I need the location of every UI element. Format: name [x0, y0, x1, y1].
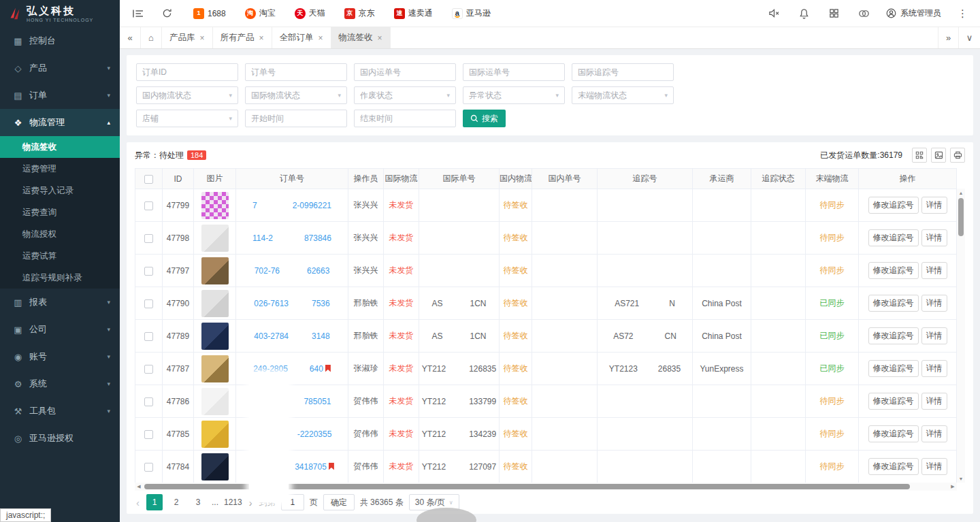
- sidebar-item-tracking-rule-fill[interactable]: 追踪号规则补录: [0, 267, 120, 289]
- order-no-link[interactable]: 114-2873846: [252, 233, 331, 243]
- order-no-link[interactable]: 026-76137536: [254, 299, 329, 308]
- page-button-3[interactable]: 3: [190, 494, 206, 510]
- bell-icon[interactable]: [796, 6, 811, 21]
- platform-link-tmall[interactable]: 天天猫: [295, 7, 325, 19]
- order-no-link[interactable]: 408-3418705: [250, 462, 334, 472]
- sidebar-item-logistics-auth[interactable]: 物流授权: [0, 223, 120, 245]
- sidebar-item-amazon-auth[interactable]: ◎亚马逊授权: [0, 425, 120, 452]
- sidebar-item-company[interactable]: ▣公司▾: [0, 316, 120, 343]
- edit-tracking-button[interactable]: 修改追踪号: [868, 360, 919, 377]
- vertical-scroll-thumb[interactable]: [958, 198, 964, 236]
- detail-button[interactable]: 详情: [921, 262, 947, 279]
- sidebar-item-freight-import-log[interactable]: 运费导入记录: [0, 180, 120, 201]
- close-icon[interactable]: ×: [259, 33, 264, 43]
- row-checkbox[interactable]: [144, 430, 153, 439]
- page-button-1[interactable]: 1: [146, 494, 163, 510]
- refresh-icon[interactable]: [159, 6, 174, 21]
- page-size-select[interactable]: 30 条/页∨: [409, 494, 459, 510]
- sidebar-item-console[interactable]: ▦控制台: [0, 27, 120, 54]
- row-checkbox[interactable]: [144, 397, 153, 406]
- speaker-muted-icon[interactable]: [766, 6, 781, 21]
- endpoint-logistics-status-select[interactable]: 末端物流状态▾: [572, 86, 674, 104]
- detail-button[interactable]: 详情: [921, 197, 947, 214]
- sidebar-item-reports[interactable]: ▥报表▾: [0, 289, 120, 316]
- platform-link-1688[interactable]: 11688: [193, 8, 226, 19]
- apps-grid-icon[interactable]: [826, 6, 841, 21]
- sidebar-item-logistics-sign[interactable]: 物流签收: [0, 136, 120, 158]
- shop-select[interactable]: 店铺▾: [136, 110, 238, 127]
- print-icon[interactable]: [950, 148, 965, 163]
- start-time-input[interactable]: [245, 110, 347, 127]
- pending-count-badge[interactable]: 184: [187, 150, 206, 160]
- edit-tracking-button[interactable]: 修改追踪号: [868, 425, 919, 442]
- edit-tracking-button[interactable]: 修改追踪号: [868, 197, 919, 214]
- sidebar-item-freight-query[interactable]: 运费查询: [0, 201, 120, 223]
- tab-product-library[interactable]: 产品库×: [162, 27, 213, 48]
- detail-button[interactable]: 详情: [921, 295, 947, 312]
- void-status-select[interactable]: 作废状态▾: [354, 86, 456, 104]
- scroll-down-icon[interactable]: ▼: [957, 474, 965, 483]
- tab-all-orders[interactable]: 全部订单×: [272, 27, 331, 48]
- detail-button[interactable]: 详情: [921, 458, 947, 475]
- prev-page-button[interactable]: ‹: [135, 497, 141, 508]
- goto-page-input[interactable]: [281, 494, 304, 510]
- vertical-scrollbar[interactable]: ▲ ▼: [957, 189, 965, 483]
- row-checkbox[interactable]: [144, 234, 153, 243]
- search-button[interactable]: 搜索: [463, 110, 506, 127]
- scroll-up-icon[interactable]: ▲: [957, 189, 965, 197]
- goto-confirm-button[interactable]: 确定: [323, 494, 355, 510]
- platform-link-jd[interactable]: 京京东: [344, 7, 375, 19]
- select-all-checkbox[interactable]: [144, 175, 153, 184]
- edit-tracking-button[interactable]: 修改追踪号: [868, 295, 919, 312]
- intl-tracking-no-input[interactable]: [572, 63, 674, 81]
- sidebar-item-toolkit[interactable]: ⚒工具包▾: [0, 397, 120, 425]
- end-time-input[interactable]: [354, 110, 456, 127]
- edit-tracking-button[interactable]: 修改追踪号: [868, 262, 919, 279]
- order-no-input[interactable]: [245, 63, 347, 81]
- domestic-waybill-no-input[interactable]: [354, 63, 456, 81]
- intl-waybill-no-input[interactable]: [463, 63, 565, 81]
- detail-button[interactable]: 详情: [921, 393, 947, 410]
- platform-link-aliexpress[interactable]: 速速卖通: [394, 7, 433, 19]
- order-no-link[interactable]: 408-2220355: [252, 429, 332, 439]
- order-no-link[interactable]: 702-7662663: [255, 266, 330, 276]
- edit-tracking-button[interactable]: 修改追踪号: [868, 229, 919, 246]
- home-tab-icon[interactable]: ⌂: [141, 27, 162, 48]
- user-menu[interactable]: 系统管理员: [886, 7, 941, 19]
- collapse-menu-icon[interactable]: [131, 6, 146, 21]
- next-page-button[interactable]: ›: [248, 497, 254, 508]
- tab-logistics-sign[interactable]: 物流签收×: [331, 27, 391, 48]
- tabs-scroll-left-icon[interactable]: «: [120, 27, 141, 48]
- horizontal-scroll-track[interactable]: [143, 483, 949, 491]
- platform-link-amazon[interactable]: a亚马逊: [452, 7, 491, 19]
- order-no-link[interactable]: 249-2805640: [253, 364, 331, 374]
- edit-tracking-button[interactable]: 修改追踪号: [868, 393, 919, 410]
- sidebar-item-freight-trial[interactable]: 运费试算: [0, 245, 120, 267]
- row-checkbox[interactable]: [144, 365, 153, 374]
- horizontal-scrollbar[interactable]: ◀ ▶: [135, 483, 957, 491]
- export-image-icon[interactable]: [931, 148, 946, 163]
- domestic-logistics-status-select[interactable]: 国内物流状态▾: [136, 86, 238, 104]
- order-id-input[interactable]: [136, 63, 238, 81]
- row-checkbox[interactable]: [144, 201, 153, 210]
- tab-all-products[interactable]: 所有产品×: [213, 27, 272, 48]
- row-checkbox[interactable]: [144, 267, 153, 276]
- sidebar-item-orders[interactable]: ▤订单▾: [0, 82, 120, 109]
- linked-circles-icon[interactable]: [856, 6, 871, 21]
- order-no-link[interactable]: 72-0996221: [252, 201, 331, 210]
- row-checkbox[interactable]: [144, 463, 153, 472]
- sidebar-item-accounts[interactable]: ◉账号▾: [0, 343, 120, 370]
- platform-link-taobao[interactable]: 淘淘宝: [245, 7, 276, 19]
- detail-button[interactable]: 详情: [921, 327, 947, 344]
- kebab-menu-icon[interactable]: ⋮: [956, 7, 969, 20]
- sidebar-item-system[interactable]: ⚙系统▾: [0, 370, 120, 397]
- tabs-scroll-right-icon[interactable]: »: [938, 27, 959, 48]
- order-no-link[interactable]: 111-1785051: [253, 397, 331, 406]
- horizontal-scroll-thumb[interactable]: [144, 484, 910, 489]
- sidebar-item-products[interactable]: ◇产品▾: [0, 54, 120, 82]
- intl-logistics-status-select[interactable]: 国际物流状态▾: [245, 86, 347, 104]
- detail-button[interactable]: 详情: [921, 360, 947, 377]
- exception-status-select[interactable]: 异常状态▾: [463, 86, 565, 104]
- close-icon[interactable]: ×: [378, 33, 382, 43]
- scroll-right-icon[interactable]: ▶: [949, 483, 957, 491]
